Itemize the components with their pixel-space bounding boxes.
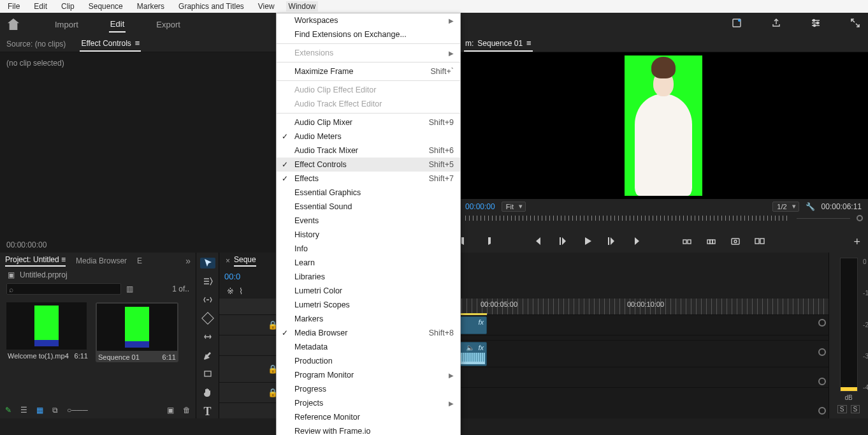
scrubber-handle-icon[interactable] <box>857 215 863 221</box>
tab-effect-controls[interactable]: Effect Controls ≡ <box>80 36 141 52</box>
menu-lumetri-scopes[interactable]: Lumetri Scopes <box>277 298 460 312</box>
menu-audio-clip-mixer[interactable]: Audio Clip MixerShift+9 <box>277 115 460 129</box>
comparison-view-icon[interactable] <box>755 236 765 248</box>
mode-export[interactable]: Export <box>155 17 182 32</box>
quick-export-icon[interactable] <box>732 18 742 31</box>
mode-edit[interactable]: Edit <box>109 17 126 33</box>
menu-graphics[interactable]: Graphics and Titles <box>176 1 247 11</box>
menu-history[interactable]: History <box>277 228 460 242</box>
menu-projects[interactable]: Projects▶ <box>277 396 460 410</box>
menu-file[interactable]: File <box>5 1 22 11</box>
new-item-icon[interactable]: ▣ <box>167 406 174 415</box>
menu-lumetri-color[interactable]: Lumetri Color <box>277 284 460 298</box>
pen-tool-icon[interactable] <box>200 350 215 360</box>
lift-icon[interactable] <box>682 236 692 248</box>
step-forward-icon[interactable] <box>607 236 617 248</box>
zoom-fit-select[interactable]: Fit <box>502 202 526 212</box>
menu-audio-track-mixer[interactable]: Audio Track MixerShift+6 <box>277 144 460 158</box>
menu-effect-controls[interactable]: ✓Effect ControlsShift+5 <box>277 158 460 172</box>
program-viewer[interactable] <box>459 52 868 199</box>
play-icon[interactable] <box>582 236 593 248</box>
menu-learn[interactable]: Learn <box>277 256 460 270</box>
panel-overflow-icon[interactable]: » <box>185 256 191 266</box>
track-header-a1[interactable]: 🔒 <box>219 356 283 383</box>
menu-find-extensions[interactable]: Find Extensions on Exchange... <box>277 27 460 41</box>
track-scroll-handles[interactable] <box>818 319 826 415</box>
menu-edit[interactable]: Edit <box>31 1 50 11</box>
menu-markers[interactable]: Markers <box>134 1 167 11</box>
home-icon[interactable] <box>8 18 19 30</box>
trash-icon[interactable]: 🗑 <box>183 406 191 415</box>
bin-item-clip[interactable]: Welcome to(1).mp4 6:11 <box>6 302 89 362</box>
tab-program[interactable]: m: Sequence 01 ≡ <box>464 36 533 52</box>
menu-progress[interactable]: Progress <box>277 382 460 396</box>
mode-import[interactable]: Import <box>54 17 80 32</box>
tab-e[interactable]: E <box>137 256 142 265</box>
tab-media-browser[interactable]: Media Browser <box>76 256 127 265</box>
extract-icon[interactable] <box>706 236 716 248</box>
main-menubar[interactable]: File Edit Clip Sequence Markers Graphics… <box>0 0 868 13</box>
hand-tool-icon[interactable] <box>200 387 215 397</box>
menu-sequence[interactable]: Sequence <box>86 1 126 11</box>
timeline-tc[interactable]: 00:0 <box>219 269 270 284</box>
list-view-icon[interactable]: ☰ <box>20 406 27 415</box>
panel-menu-icon[interactable]: ≡ <box>61 255 66 264</box>
menu-info[interactable]: Info <box>277 242 460 256</box>
tab-source[interactable]: Source: (no clips) <box>5 37 67 51</box>
freeform-icon[interactable]: ✎ <box>5 406 11 415</box>
snap-icon[interactable]: ※ <box>227 286 234 296</box>
menu-events[interactable]: Events <box>277 214 460 228</box>
new-bin-icon[interactable]: ▥ <box>126 284 133 293</box>
menu-maximize-frame[interactable]: Maximize FrameShift+` <box>277 64 460 78</box>
menu-libraries[interactable]: Libraries <box>277 270 460 284</box>
menu-frameio[interactable]: Review with Frame.io <box>277 424 460 435</box>
resolution-select[interactable]: 1/2 <box>772 202 799 212</box>
settings-wrench-icon[interactable]: 🔧 <box>806 202 815 211</box>
tab-project[interactable]: Project: Untitled ≡ <box>5 255 66 267</box>
menu-workspaces[interactable]: Workspaces▶ <box>277 13 460 27</box>
step-back-icon[interactable] <box>558 236 568 248</box>
program-panel-menu-icon[interactable]: ≡ <box>526 38 532 48</box>
menu-program-monitor[interactable]: Program Monitor▶ <box>277 368 460 382</box>
menu-view[interactable]: View <box>256 1 277 11</box>
razor-tool-icon[interactable] <box>200 313 215 324</box>
menu-reference-monitor[interactable]: Reference Monitor <box>277 410 460 424</box>
menu-media-browser[interactable]: ✓Media BrowserShift+8 <box>277 326 460 340</box>
menu-markers[interactable]: Markers <box>277 312 460 326</box>
selection-tool-icon[interactable] <box>200 258 215 269</box>
icon-view-icon[interactable]: ▦ <box>36 406 43 415</box>
project-search-input[interactable] <box>6 283 121 295</box>
solo-left[interactable]: S <box>837 405 847 413</box>
button-editor-icon[interactable]: + <box>853 235 860 249</box>
slip-tool-icon[interactable] <box>200 332 215 343</box>
program-current-tc[interactable]: 00:00:00 <box>465 202 495 211</box>
menu-essential-sound[interactable]: Essential Sound <box>277 200 460 214</box>
menu-audio-meters[interactable]: ✓Audio Meters <box>277 129 460 144</box>
timeline-close-icon[interactable]: × <box>226 256 230 265</box>
linked-selection-icon[interactable]: ⌇ <box>239 286 243 296</box>
goto-out-icon[interactable] <box>631 236 641 248</box>
share-icon[interactable] <box>771 18 781 31</box>
menu-essential-graphics[interactable]: Essential Graphics <box>277 186 460 200</box>
solo-right[interactable]: S <box>851 405 860 413</box>
zoom-slider[interactable]: ○─── <box>67 406 88 415</box>
ripple-tool-icon[interactable] <box>200 295 215 306</box>
menu-clip[interactable]: Clip <box>59 1 77 11</box>
settings-bars-icon[interactable] <box>811 18 821 31</box>
export-frame-icon[interactable] <box>730 236 741 248</box>
tab-sequence[interactable]: Seque <box>234 255 256 267</box>
fullscreen-icon[interactable] <box>850 18 860 31</box>
track-header-a2[interactable]: 🔒 <box>219 383 283 403</box>
goto-in-icon[interactable] <box>534 236 544 248</box>
bin-item-sequence[interactable]: Sequence 01 6:11 <box>96 302 178 362</box>
mark-out-icon[interactable] <box>483 236 493 248</box>
menu-window[interactable]: Window <box>286 1 319 11</box>
type-tool-icon[interactable]: T <box>200 405 215 418</box>
track-select-tool-icon[interactable] <box>200 276 215 287</box>
menu-production[interactable]: Production <box>277 354 460 368</box>
panel-menu-icon[interactable]: ≡ <box>135 38 140 48</box>
sort-icon[interactable]: ⧉ <box>52 406 58 415</box>
menu-effects[interactable]: ✓EffectsShift+7 <box>277 172 460 186</box>
track-header-v1[interactable]: 🔒 <box>219 315 283 335</box>
menu-metadata[interactable]: Metadata <box>277 340 460 354</box>
